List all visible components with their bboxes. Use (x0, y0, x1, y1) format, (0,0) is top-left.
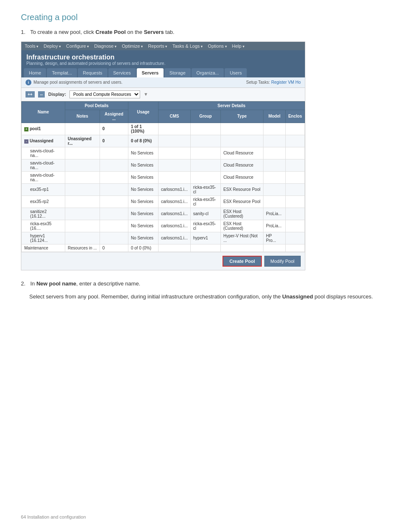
cell-usage: No Services (128, 171, 158, 183)
nav-diagnose[interactable]: Diagnose (94, 44, 117, 49)
cell-usage: No Services (128, 183, 158, 195)
cell-notes (65, 195, 100, 208)
cell-enclos (286, 123, 305, 135)
cell-assigned: 0 (100, 244, 128, 252)
cell-assigned (100, 195, 128, 208)
cell-enclos (286, 159, 305, 171)
cell-model (263, 123, 286, 135)
display-select[interactable]: Pools and Compute Resources (69, 90, 140, 98)
tab-home[interactable]: Home (24, 68, 46, 77)
cell-enclos (286, 171, 305, 183)
nav-optimize[interactable]: Optimize (122, 44, 143, 49)
cell-enclos (286, 208, 305, 220)
nav-help[interactable]: Help (232, 44, 245, 49)
cell-name: savvis-cloud-na... (22, 159, 65, 171)
cell-notes (65, 232, 100, 244)
cell-cms (158, 123, 190, 135)
nav-reports[interactable]: Reports (148, 44, 167, 49)
cell-type: ESX Host (Custered) (221, 208, 263, 220)
cell-assigned (100, 159, 128, 171)
nav-tasks-logs[interactable]: Tasks & Logs (172, 44, 203, 49)
cell-assigned: 0 (100, 135, 128, 147)
cell-group (190, 244, 220, 252)
step2-para: Select servers from any pool. Remember, … (21, 293, 378, 301)
screenshot: Tools Deploy Configure Diagnose Optimize… (21, 41, 305, 270)
cell-model: ProLia... (263, 220, 286, 232)
cell-group (190, 135, 220, 147)
col-name: Name (22, 101, 65, 123)
add-button[interactable]: ++ (26, 91, 35, 98)
setup-link[interactable]: Register VM Ho (271, 80, 301, 85)
cell-model: ProLia... (263, 208, 286, 220)
bottom-buttons: Create Pool Modify Pool (21, 252, 305, 270)
page-title: Creating a pool (21, 13, 378, 22)
info-bar: i Manage pool assignments of servers and… (21, 77, 305, 88)
cell-enclos (286, 220, 305, 232)
table-row: ricka-esx35 (16.... No Services carloscm… (22, 220, 305, 232)
cell-name: esx35-rp2 (22, 195, 65, 208)
cell-model (263, 171, 286, 183)
cell-usage: No Services (128, 159, 158, 171)
tab-organiza[interactable]: Organiza... (192, 68, 224, 77)
info-bar-left: i Manage pool assignments of servers and… (26, 80, 123, 85)
info-text: Manage pool assignments of servers and u… (33, 80, 123, 85)
step2-text: 2. In New pool name, enter a descriptive… (21, 280, 378, 288)
cell-usage: 0 of 0 (0%) (128, 244, 158, 252)
cell-cms (158, 135, 190, 147)
tab-templates[interactable]: Templat... (47, 68, 77, 77)
tab-requests[interactable]: Requests (78, 68, 107, 77)
cell-name: ricka-esx35 (16.... (22, 220, 65, 232)
remove-button[interactable]: -- (38, 91, 45, 98)
cell-enclos (286, 195, 305, 208)
step2-block: 2. In New pool name, enter a descriptive… (21, 280, 378, 301)
app-subtitle: Planning, design, and automated provisio… (26, 61, 300, 66)
tab-storage[interactable]: Storage (164, 68, 191, 77)
cell-model (263, 183, 286, 195)
create-pool-button[interactable]: Create Pool (223, 256, 261, 267)
table-row: savvis-cloud-na... No Services Cloud Res… (22, 147, 305, 159)
col-usage: Usage (128, 101, 158, 123)
setup-label: Setup Tasks: (246, 80, 270, 85)
cell-enclos (286, 183, 305, 195)
nav-configure[interactable]: Configure (66, 44, 89, 49)
cell-usage: No Services (128, 147, 158, 159)
cell-cms: carloscms1.i... (158, 195, 190, 208)
cell-name: Maintenance (22, 244, 65, 252)
table-row: esx35-rp2 No Services carloscms1.i... ri… (22, 195, 305, 208)
cell-type: Cloud Resource (221, 159, 263, 171)
cell-notes: Unassigned r... (65, 135, 100, 147)
app-title: Infrastructure orchestration (26, 54, 300, 61)
modify-pool-button[interactable]: Modify Pool (264, 256, 301, 267)
nav-options[interactable]: Options (208, 44, 227, 49)
dropdown-arrow: ▼ (143, 92, 148, 97)
cell-notes (65, 208, 100, 220)
cell-type: ESX Resource Pool (221, 183, 263, 195)
cell-group (190, 147, 220, 159)
step1-instruction: To create a new pool, click Create Pool … (30, 29, 174, 35)
expand-icon[interactable]: + (24, 127, 28, 131)
nav-tools[interactable]: Tools (25, 44, 38, 49)
cell-group: ricka-esx35-cl (190, 183, 220, 195)
cell-assigned (100, 208, 128, 220)
tab-servers[interactable]: Servers (137, 68, 164, 77)
col-model: Model (263, 110, 286, 123)
nav-deploy[interactable]: Deploy (43, 44, 61, 49)
cell-usage: No Services (128, 220, 158, 232)
cell-usage: No Services (128, 208, 158, 220)
cell-group: ricka-esx35-cl (190, 195, 220, 208)
cell-cms (158, 147, 190, 159)
cell-usage: No Services (128, 232, 158, 244)
collapse-icon[interactable]: - (24, 139, 28, 144)
tab-users[interactable]: Users (225, 68, 247, 77)
tab-services[interactable]: Services (108, 68, 136, 77)
cell-notes (65, 147, 100, 159)
cell-notes (65, 159, 100, 171)
cell-model (263, 159, 286, 171)
cell-group (190, 159, 220, 171)
cell-model (263, 244, 286, 252)
cell-group: sanity-cl (190, 208, 220, 220)
cell-cms: carloscms1.i... (158, 183, 190, 195)
cell-notes (65, 171, 100, 183)
tabs-row: Home Templat... Requests Services Server… (21, 68, 305, 77)
cell-type: Hyper-V Host (Not ... (221, 232, 263, 244)
